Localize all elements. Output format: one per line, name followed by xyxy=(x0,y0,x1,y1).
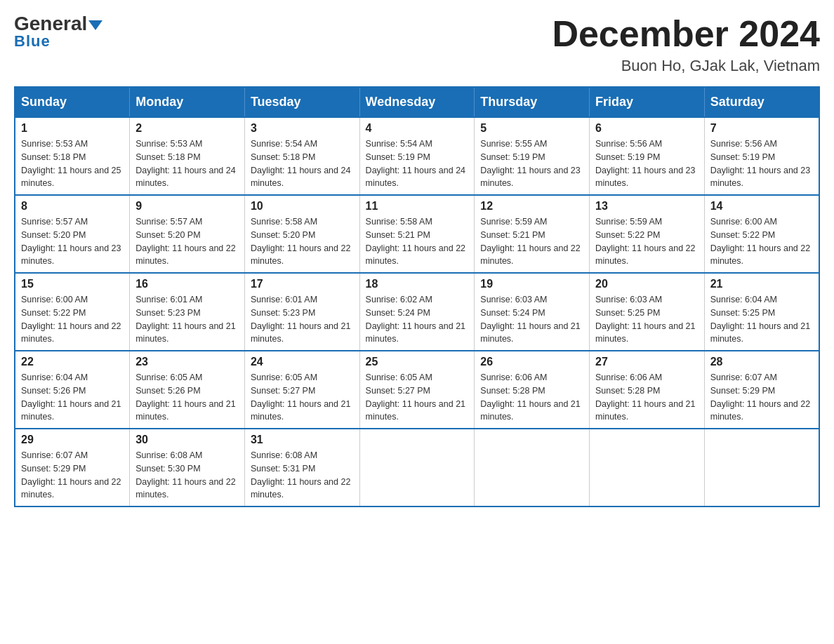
day-number-24: 24 xyxy=(251,356,354,368)
day-cell-25: 25Sunrise: 6:05 AMSunset: 5:27 PMDayligh… xyxy=(359,351,475,429)
day-number-6: 6 xyxy=(595,122,699,135)
day-info-13: Sunrise: 5:59 AMSunset: 5:22 PMDaylight:… xyxy=(595,215,699,268)
day-number-3: 3 xyxy=(251,122,354,135)
day-cell-8: 8Sunrise: 5:57 AMSunset: 5:20 PMDaylight… xyxy=(15,195,130,273)
day-number-19: 19 xyxy=(480,278,583,290)
week-row-3: 15Sunrise: 6:00 AMSunset: 5:22 PMDayligh… xyxy=(15,273,819,351)
weekday-saturday: Saturday xyxy=(704,87,819,117)
day-cell-30: 30Sunrise: 6:08 AMSunset: 5:30 PMDayligh… xyxy=(130,429,245,507)
day-cell-9: 9Sunrise: 5:57 AMSunset: 5:20 PMDaylight… xyxy=(130,195,245,273)
day-cell-19: 19Sunrise: 6:03 AMSunset: 5:24 PMDayligh… xyxy=(475,273,590,351)
day-info-31: Sunrise: 6:08 AMSunset: 5:31 PMDaylight:… xyxy=(251,449,354,502)
day-number-22: 22 xyxy=(21,356,124,368)
empty-cell-w4-d5 xyxy=(590,429,705,507)
day-cell-28: 28Sunrise: 6:07 AMSunset: 5:29 PMDayligh… xyxy=(704,351,819,429)
day-number-2: 2 xyxy=(135,122,239,135)
day-info-1: Sunrise: 5:53 AMSunset: 5:18 PMDaylight:… xyxy=(21,137,124,190)
day-cell-24: 24Sunrise: 6:05 AMSunset: 5:27 PMDayligh… xyxy=(244,351,359,429)
day-number-28: 28 xyxy=(710,356,813,368)
day-info-8: Sunrise: 5:57 AMSunset: 5:20 PMDaylight:… xyxy=(21,215,124,268)
day-cell-3: 3Sunrise: 5:54 AMSunset: 5:18 PMDaylight… xyxy=(244,117,359,195)
day-number-4: 4 xyxy=(366,122,469,135)
day-number-20: 20 xyxy=(595,278,699,290)
day-number-12: 12 xyxy=(480,200,583,213)
day-info-26: Sunrise: 6:06 AMSunset: 5:28 PMDaylight:… xyxy=(480,371,583,424)
day-number-27: 27 xyxy=(595,356,699,368)
day-cell-23: 23Sunrise: 6:05 AMSunset: 5:26 PMDayligh… xyxy=(130,351,245,429)
weekday-monday: Monday xyxy=(130,87,245,117)
day-number-26: 26 xyxy=(480,356,583,368)
day-number-17: 17 xyxy=(251,278,354,290)
weekday-friday: Friday xyxy=(590,87,705,117)
empty-cell-w4-d6 xyxy=(704,429,819,507)
logo: General Blue xyxy=(14,14,102,51)
day-cell-13: 13Sunrise: 5:59 AMSunset: 5:22 PMDayligh… xyxy=(590,195,705,273)
weekday-wednesday: Wednesday xyxy=(359,87,475,117)
logo-triangle-icon xyxy=(88,20,102,30)
day-info-14: Sunrise: 6:00 AMSunset: 5:22 PMDaylight:… xyxy=(710,215,813,268)
day-number-31: 31 xyxy=(251,434,354,446)
day-cell-17: 17Sunrise: 6:01 AMSunset: 5:23 PMDayligh… xyxy=(244,273,359,351)
day-number-16: 16 xyxy=(135,278,239,290)
day-number-5: 5 xyxy=(480,122,583,135)
day-cell-27: 27Sunrise: 6:06 AMSunset: 5:28 PMDayligh… xyxy=(590,351,705,429)
week-row-1: 1Sunrise: 5:53 AMSunset: 5:18 PMDaylight… xyxy=(15,117,819,195)
day-number-21: 21 xyxy=(710,278,813,290)
day-cell-14: 14Sunrise: 6:00 AMSunset: 5:22 PMDayligh… xyxy=(704,195,819,273)
empty-cell-w4-d3 xyxy=(359,429,475,507)
day-info-29: Sunrise: 6:07 AMSunset: 5:29 PMDaylight:… xyxy=(21,449,124,502)
logo-general-line: General xyxy=(14,14,102,34)
day-info-2: Sunrise: 5:53 AMSunset: 5:18 PMDaylight:… xyxy=(135,137,239,190)
day-number-15: 15 xyxy=(21,278,124,290)
day-cell-11: 11Sunrise: 5:58 AMSunset: 5:21 PMDayligh… xyxy=(359,195,475,273)
day-number-18: 18 xyxy=(366,278,469,290)
day-number-1: 1 xyxy=(21,122,124,135)
day-number-14: 14 xyxy=(710,200,813,213)
day-number-9: 9 xyxy=(135,200,239,213)
day-cell-12: 12Sunrise: 5:59 AMSunset: 5:21 PMDayligh… xyxy=(475,195,590,273)
day-info-15: Sunrise: 6:00 AMSunset: 5:22 PMDaylight:… xyxy=(21,293,124,346)
day-cell-31: 31Sunrise: 6:08 AMSunset: 5:31 PMDayligh… xyxy=(244,429,359,507)
day-number-30: 30 xyxy=(135,434,239,446)
day-cell-1: 1Sunrise: 5:53 AMSunset: 5:18 PMDaylight… xyxy=(15,117,130,195)
weekday-header-row: SundayMondayTuesdayWednesdayThursdayFrid… xyxy=(15,87,819,117)
day-info-17: Sunrise: 6:01 AMSunset: 5:23 PMDaylight:… xyxy=(251,293,354,346)
day-info-10: Sunrise: 5:58 AMSunset: 5:20 PMDaylight:… xyxy=(251,215,354,268)
day-info-30: Sunrise: 6:08 AMSunset: 5:30 PMDaylight:… xyxy=(135,449,239,502)
day-info-16: Sunrise: 6:01 AMSunset: 5:23 PMDaylight:… xyxy=(135,293,239,346)
day-number-10: 10 xyxy=(251,200,354,213)
day-info-23: Sunrise: 6:05 AMSunset: 5:26 PMDaylight:… xyxy=(135,371,239,424)
day-cell-18: 18Sunrise: 6:02 AMSunset: 5:24 PMDayligh… xyxy=(359,273,475,351)
day-info-24: Sunrise: 6:05 AMSunset: 5:27 PMDaylight:… xyxy=(251,371,354,424)
day-number-13: 13 xyxy=(595,200,699,213)
day-cell-6: 6Sunrise: 5:56 AMSunset: 5:19 PMDaylight… xyxy=(590,117,705,195)
day-info-9: Sunrise: 5:57 AMSunset: 5:20 PMDaylight:… xyxy=(135,215,239,268)
day-cell-10: 10Sunrise: 5:58 AMSunset: 5:20 PMDayligh… xyxy=(244,195,359,273)
day-number-29: 29 xyxy=(21,434,124,446)
day-info-22: Sunrise: 6:04 AMSunset: 5:26 PMDaylight:… xyxy=(21,371,124,424)
day-info-4: Sunrise: 5:54 AMSunset: 5:19 PMDaylight:… xyxy=(366,137,469,190)
empty-cell-w4-d4 xyxy=(475,429,590,507)
day-info-27: Sunrise: 6:06 AMSunset: 5:28 PMDaylight:… xyxy=(595,371,699,424)
day-info-12: Sunrise: 5:59 AMSunset: 5:21 PMDaylight:… xyxy=(480,215,583,268)
day-cell-5: 5Sunrise: 5:55 AMSunset: 5:19 PMDaylight… xyxy=(475,117,590,195)
week-row-2: 8Sunrise: 5:57 AMSunset: 5:20 PMDaylight… xyxy=(15,195,819,273)
day-cell-20: 20Sunrise: 6:03 AMSunset: 5:25 PMDayligh… xyxy=(590,273,705,351)
day-cell-22: 22Sunrise: 6:04 AMSunset: 5:26 PMDayligh… xyxy=(15,351,130,429)
day-cell-29: 29Sunrise: 6:07 AMSunset: 5:29 PMDayligh… xyxy=(15,429,130,507)
weekday-tuesday: Tuesday xyxy=(244,87,359,117)
weekday-thursday: Thursday xyxy=(475,87,590,117)
title-block: December 2024 Buon Ho, GJak Lak, Vietnam xyxy=(552,14,820,75)
day-cell-21: 21Sunrise: 6:04 AMSunset: 5:25 PMDayligh… xyxy=(704,273,819,351)
day-number-8: 8 xyxy=(21,200,124,213)
day-info-28: Sunrise: 6:07 AMSunset: 5:29 PMDaylight:… xyxy=(710,371,813,424)
weekday-sunday: Sunday xyxy=(15,87,130,117)
calendar-body: 1Sunrise: 5:53 AMSunset: 5:18 PMDaylight… xyxy=(15,117,819,507)
day-number-7: 7 xyxy=(710,122,813,135)
calendar-table: SundayMondayTuesdayWednesdayThursdayFrid… xyxy=(14,86,820,507)
day-info-25: Sunrise: 6:05 AMSunset: 5:27 PMDaylight:… xyxy=(366,371,469,424)
day-cell-2: 2Sunrise: 5:53 AMSunset: 5:18 PMDaylight… xyxy=(130,117,245,195)
day-info-6: Sunrise: 5:56 AMSunset: 5:19 PMDaylight:… xyxy=(595,137,699,190)
day-number-23: 23 xyxy=(135,356,239,368)
day-info-21: Sunrise: 6:04 AMSunset: 5:25 PMDaylight:… xyxy=(710,293,813,346)
